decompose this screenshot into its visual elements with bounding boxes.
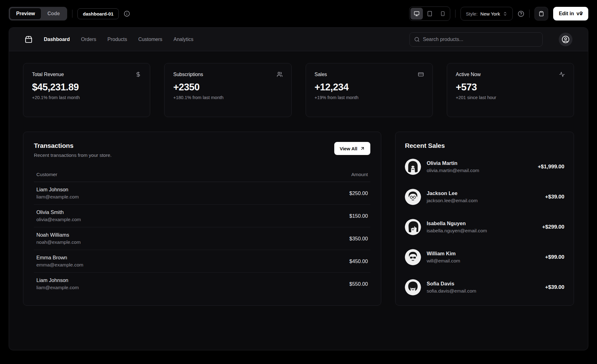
store-package-icon[interactable] [25,35,33,43]
avatar [405,159,421,175]
stats-row: Total Revenue $45,231.89 +20.1% from las… [23,63,574,117]
table-row[interactable]: Liam Johnsonliam@example.com $250.00 [34,182,370,205]
tab-code[interactable]: Code [41,8,66,19]
sale-customer-name: William Kim [427,251,539,257]
dashboard-preview-panel: Dashboard Orders Products Customers Anal… [9,27,588,350]
list-item[interactable]: William Kim will@email.com +$99.00 [405,249,564,265]
sale-customer-name: Jackson Lee [427,190,539,196]
avatar [405,279,421,295]
sale-customer-email: jackson.lee@email.com [427,198,539,203]
stat-value: +2350 [173,82,282,93]
stat-change: +180.1% from last month [173,95,282,100]
copy-code-button[interactable] [535,7,548,20]
transactions-card: Transactions Recent transactions from yo… [23,132,381,306]
smartphone-icon[interactable] [437,8,449,20]
style-select[interactable]: Style: New York [460,7,513,20]
table-row[interactable]: Noah Williamsnoah@example.com $350.00 [34,227,370,250]
tablet-icon[interactable] [423,8,436,20]
transactions-title: Transactions [34,142,112,149]
view-all-label: View All [340,146,357,151]
search-box [410,32,543,47]
list-item[interactable]: Sofia Davis sofia.davis@email.com +$39.0… [405,279,564,295]
transaction-amount: $450.00 [266,250,370,273]
block-name-badge: dashboard-01 [77,8,118,19]
clipboard-icon [539,11,544,16]
stat-label: Total Revenue [32,72,64,77]
list-item[interactable]: Olivia Martin olivia.martin@email.com +$… [405,159,564,175]
edit-in-v0-button[interactable]: Edit in v0 [553,7,588,20]
toolbar-separator [455,10,456,18]
dashboard-main: Total Revenue $45,231.89 +20.1% from las… [9,51,588,317]
stat-card-total-revenue: Total Revenue $45,231.89 +20.1% from las… [23,63,150,117]
table-row[interactable]: Olivia Smitholivia@example.com $150.00 [34,205,370,227]
list-item[interactable]: Jackson Lee jackson.lee@email.com +$39.0… [405,189,564,205]
stat-value: +12,234 [315,82,424,93]
recent-sales-card: Recent Sales Olivia Martin olivia.martin… [395,132,574,306]
style-select-label: Style: [466,11,478,16]
sale-amount: +$99.00 [545,254,564,260]
sale-amount: +$39.00 [545,284,564,290]
nav-link-orders[interactable]: Orders [81,37,96,42]
table-row[interactable]: Liam Johnsonliam@example.com $550.00 [34,273,370,295]
customer-name: Emma Brown [36,255,263,261]
customer-name: Olivia Smith [36,209,263,215]
customer-email: liam@example.com [36,194,263,200]
stat-card-sales: Sales +12,234 +19% from last month [306,63,433,117]
sale-amount: +$39.00 [545,194,564,200]
transaction-amount: $350.00 [266,227,370,250]
sale-customer-name: Olivia Martin [427,160,532,166]
view-all-button[interactable]: View All [334,142,370,155]
arrow-up-right-icon [360,146,365,151]
column-header-amount: Amount [266,169,370,182]
toolbar-separator [72,10,72,18]
view-mode-toggle: Preview Code [9,7,67,20]
preview-toolbar: Preview Code dashboard-01 Style: New Yor… [0,0,597,27]
bottom-row: Transactions Recent transactions from yo… [23,132,574,306]
stat-card-active-now: Active Now +573 +201 since last hour [447,63,574,117]
avatar [405,219,421,235]
customer-name: Liam Johnson [36,277,263,283]
device-toggle-group [409,7,450,21]
customer-name: Liam Johnson [36,187,263,193]
activity-icon [559,71,565,77]
edit-in-v0-label: Edit in [559,11,574,16]
transaction-amount: $550.00 [266,273,370,295]
dollar-sign-icon [135,71,141,77]
stat-change: +19% from last month [315,95,424,100]
dashboard-nav: Dashboard Orders Products Customers Anal… [9,28,588,51]
customer-email: noah@example.com [36,239,263,245]
stat-value: $45,231.89 [32,82,141,93]
stat-label: Subscriptions [173,72,203,77]
search-input[interactable] [423,37,538,42]
nav-link-dashboard[interactable]: Dashboard [44,37,70,42]
customer-name: Noah Williams [36,232,263,238]
help-circle-icon[interactable] [518,11,524,17]
table-row[interactable]: Emma Brownemma@example.com $450.00 [34,250,370,273]
column-header-customer: Customer [34,169,266,182]
nav-link-products[interactable]: Products [107,37,127,42]
user-circle-icon [562,35,570,43]
tab-preview[interactable]: Preview [10,8,41,19]
v0-logo-icon: v0 [576,11,583,17]
search-icon [414,37,420,42]
customer-email: liam@example.com [36,285,263,290]
stat-label: Active Now [456,72,481,77]
nav-link-customers[interactable]: Customers [138,37,162,42]
transaction-amount: $250.00 [266,182,370,205]
sale-customer-email: will@email.com [427,258,539,264]
monitor-icon[interactable] [410,8,423,20]
chevrons-up-down-icon [503,11,507,16]
sale-amount: +$299.00 [542,224,564,230]
users-icon [277,71,283,77]
account-menu-button[interactable] [559,33,572,46]
sale-amount: +$1,999.00 [538,164,564,170]
list-item[interactable]: Isabella Nguyen isabella.nguyen@email.co… [405,219,564,235]
recent-sales-title: Recent Sales [405,142,564,149]
customer-email: emma@example.com [36,262,263,268]
transactions-table: Customer Amount Liam Johnsonliam@example… [34,169,370,295]
customer-email: olivia@example.com [36,217,263,222]
info-icon[interactable] [124,11,130,17]
recent-sales-list: Olivia Martin olivia.martin@email.com +$… [405,159,564,295]
nav-link-analytics[interactable]: Analytics [174,37,193,42]
stat-change: +201 since last hour [456,95,565,100]
